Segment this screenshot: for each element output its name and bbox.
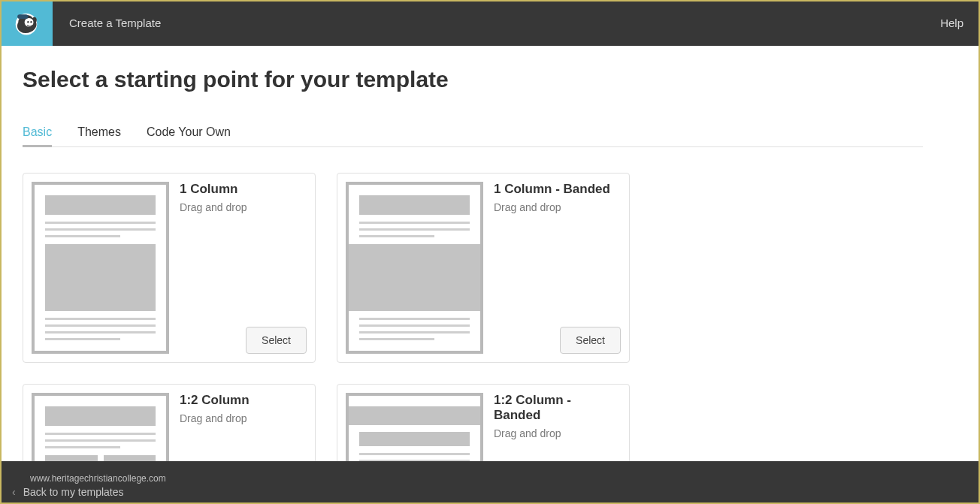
template-subtitle: Drag and drop [494,201,621,213]
template-card: 1:2 Column - Banded Drag and drop Select [337,384,630,461]
mailchimp-freddie-icon [12,9,41,38]
tab-themes[interactable]: Themes [77,125,121,146]
back-to-templates-link[interactable]: ‹ Back to my templates [12,486,980,498]
template-subtitle: Drag and drop [180,201,307,213]
template-title: 1 Column - Banded [494,182,621,197]
help-link[interactable]: Help [940,17,963,29]
template-card: 1:2 Column Drag and drop Select [23,384,316,461]
template-subtitle: Drag and drop [180,412,307,424]
template-grid: 1 Column Drag and drop Select 1 Column -… [23,173,923,461]
template-card: 1 Column Drag and drop Select [23,173,316,363]
tab-bar: Basic Themes Code Your Own [23,125,923,147]
top-header-bar: Create a Template Help [0,0,980,46]
content: Select a starting point for your templat… [0,46,945,461]
template-title: 1:2 Column - Banded [494,393,621,423]
template-thumb-1col-banded [346,182,483,354]
svg-point-2 [27,21,29,23]
svg-point-3 [30,21,32,23]
chevron-left-icon: ‹ [12,486,16,498]
template-thumb-1-2col-banded [346,393,483,461]
template-info: 1:2 Column - Banded Drag and drop Select [483,393,621,461]
template-info: 1 Column - Banded Drag and drop Select [483,182,621,354]
tab-basic[interactable]: Basic [23,125,52,146]
tab-code-your-own[interactable]: Code Your Own [147,125,231,146]
back-label: Back to my templates [23,486,124,498]
template-title: 1 Column [180,182,307,197]
bottom-bar: www.heritagechristiancollege.com ‹ Back … [0,461,980,504]
template-card: 1 Column - Banded Drag and drop Select [337,173,630,363]
main-scroll-area[interactable]: Select a starting point for your templat… [0,46,980,461]
template-title: 1:2 Column [180,393,307,408]
page-heading: Select a starting point for your templat… [23,67,923,92]
template-subtitle: Drag and drop [494,427,621,439]
page-title: Create a Template [69,17,161,29]
source-url: www.heritagechristiancollege.com [12,473,980,484]
template-info: 1:2 Column Drag and drop Select [169,393,307,461]
select-button[interactable]: Select [246,327,307,354]
template-thumb-1col [32,182,169,354]
svg-rect-4 [17,14,28,19]
select-button[interactable]: Select [560,327,621,354]
template-info: 1 Column Drag and drop Select [169,182,307,354]
app-logo[interactable] [0,0,53,46]
template-thumb-1-2col [32,393,169,461]
